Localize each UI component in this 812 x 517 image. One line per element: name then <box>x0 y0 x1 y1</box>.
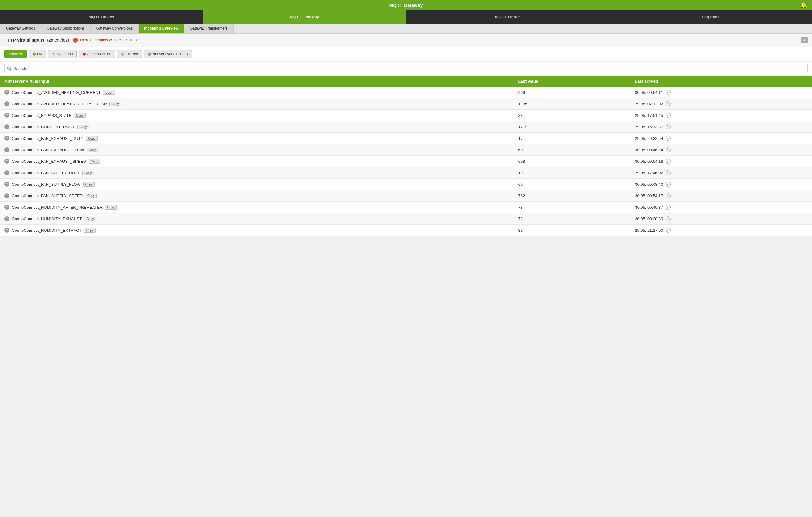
search-input[interactable] <box>4 64 808 73</box>
copy-button[interactable]: Copy <box>83 182 95 187</box>
question-icon[interactable]: ? <box>4 136 9 141</box>
question-icon[interactable]: ? <box>4 216 9 221</box>
question-icon[interactable]: ? <box>4 170 9 175</box>
nav-mqtt-finder[interactable]: MQTT Finder <box>406 10 609 24</box>
clock-icon[interactable]: ⏱ <box>666 170 671 175</box>
question-icon[interactable]: ? <box>4 147 9 152</box>
copy-button[interactable]: Copy <box>89 159 100 164</box>
table-row: ? ComfoConnect_FAN_SUPPLY_FLOW Copy 60 3… <box>0 179 812 190</box>
cell-last-arrived: 30.05. 00:30:39 ⏱ <box>631 213 812 225</box>
row-input-name: ComfoConnect_HUMIDITY_EXTRACT <box>12 228 82 233</box>
clock-icon[interactable]: ⏱ <box>666 101 671 106</box>
row-input-name: ComfoConnect_AVOIDED_HEATING_CURRENT <box>12 90 100 95</box>
filter-not-found[interactable]: ✗ Not found <box>48 50 77 58</box>
filter-access-denied[interactable]: Access denied <box>79 50 115 58</box>
nav-mqtt-gateway[interactable]: MQTT Gateway <box>203 10 406 24</box>
sub-gateway-subscriptions[interactable]: Gateway Subscriptions <box>41 24 91 33</box>
copy-button[interactable]: Copy <box>74 113 85 118</box>
table-row: ? ComfoConnect_AVOIDED_HEATING_CURRENT C… <box>0 87 812 98</box>
copy-button[interactable]: Copy <box>105 205 116 210</box>
filter-bar: Show All OK ✗ Not found Access denied Fi… <box>0 47 812 61</box>
row-input-name: ComfoConnect_HUMIDITY_AFTER_PREHEATER <box>12 205 103 210</box>
clock-icon[interactable]: ⏱ <box>666 147 671 152</box>
row-input-name: ComfoConnect_FAN_SUPPLY_FLOW <box>12 182 81 187</box>
top-bar: MQTT Gateway 🔔 <box>0 0 812 10</box>
table-row: ? ComfoConnect_FAN_EXHAUST_FLOW Copy 60 … <box>0 144 812 156</box>
cell-name: ? ComfoConnect_HUMIDITY_EXTRACT Copy <box>0 225 514 236</box>
collapse-button[interactable]: ▲ <box>801 37 808 44</box>
sub-incoming-overview[interactable]: Incoming Overview <box>139 24 184 33</box>
cell-last-arrived: 30.05. 00:54:18 ⏱ <box>631 156 812 167</box>
sub-gateway-conversions[interactable]: Gateway Conversions <box>91 24 139 33</box>
clock-icon[interactable]: ⏱ <box>666 159 671 164</box>
copy-button[interactable]: Copy <box>82 171 94 175</box>
clock-icon[interactable]: ⏱ <box>666 182 671 187</box>
clock-icon[interactable]: ⏱ <box>666 136 671 141</box>
question-icon[interactable]: ? <box>4 124 9 129</box>
cell-last-arrived: 29.05. 17:51:45 ⏱ <box>631 110 812 121</box>
copy-button[interactable]: Copy <box>77 124 89 129</box>
cell-last-value: 60 <box>514 144 631 156</box>
nav-mqtt-basics[interactable]: MQTT Basics <box>0 10 203 24</box>
filter-show-all[interactable]: Show All <box>4 50 27 58</box>
access-denied-dot <box>83 53 86 56</box>
arrived-time: 29.05. 07:12:02 <box>635 102 663 106</box>
question-icon[interactable]: ? <box>4 101 9 106</box>
filter-not-sent-yet[interactable]: Not sent yet (cached) <box>144 50 192 58</box>
col-header-last-value: Last value <box>514 76 631 87</box>
clock-icon[interactable]: ⏱ <box>666 205 671 210</box>
row-input-name: ComfoConnect_FAN_EXHAUST_SPEED <box>12 159 86 164</box>
table-row: ? ComfoConnect_AVOIDED_HEATING_TOTAL_YEA… <box>0 98 812 110</box>
sub-gateway-transformers[interactable]: Gateway Transformers <box>184 24 233 33</box>
table-row: ? ComfoConnect_FAN_SUPPLY_DUTY Copy 19 2… <box>0 167 812 179</box>
cell-name: ? ComfoConnect_FAN_EXHAUST_DUTY Copy <box>0 133 514 144</box>
arrived-time: 30.05. 00:30:39 <box>635 217 663 221</box>
question-icon[interactable]: ? <box>4 228 9 233</box>
question-icon[interactable]: ? <box>4 205 9 210</box>
filtered-dot <box>121 53 124 56</box>
bell-icon[interactable]: 🔔 <box>800 2 807 9</box>
table-row: ? ComfoConnect_HUMIDITY_EXTRACT Copy 39 … <box>0 225 812 236</box>
question-icon[interactable]: ? <box>4 193 9 198</box>
cell-last-value: 19 <box>514 167 631 179</box>
arrived-time: 30.05. 00:54:11 <box>635 90 663 95</box>
cell-name: ? ComfoConnect_CURRENT_RMOT Copy <box>0 121 514 133</box>
copy-button[interactable]: Copy <box>86 136 97 141</box>
copy-button[interactable]: Copy <box>85 194 96 198</box>
row-input-name: ComfoConnect_FAN_SUPPLY_SPEED <box>12 194 83 198</box>
warning-icon: ⛔ <box>73 37 78 42</box>
arrived-time: 30.05. 00:54:18 <box>635 159 663 164</box>
clock-icon[interactable]: ⏱ <box>666 124 671 129</box>
clock-icon[interactable]: ⏱ <box>666 90 671 95</box>
question-icon[interactable]: ? <box>4 182 9 187</box>
arrived-time: 30.05. 00:46:24 <box>635 148 663 152</box>
clock-icon[interactable]: ⏱ <box>666 193 671 198</box>
nav-log-files[interactable]: Log Files <box>609 10 812 24</box>
sub-gateway-settings[interactable]: Gateway Settings <box>0 24 41 33</box>
clock-icon[interactable]: ⏱ <box>666 228 671 233</box>
not-sent-dot <box>148 53 151 56</box>
arrived-time: 30.05. 00:49:37 <box>635 205 663 210</box>
section-header: HTTP Virtual Inputs (28 entries) ⛔ There… <box>0 33 812 47</box>
question-icon[interactable]: ? <box>4 159 9 164</box>
question-icon[interactable]: ? <box>4 90 9 95</box>
copy-button[interactable]: Copy <box>87 148 98 152</box>
search-bar: 🔍 <box>0 61 812 76</box>
filter-filtered[interactable]: Filtered <box>117 50 142 58</box>
cell-last-value: 1135 <box>514 98 631 110</box>
copy-button[interactable]: Copy <box>109 102 121 106</box>
cell-last-arrived: 29.05. 07:12:02 ⏱ <box>631 98 812 110</box>
copy-button[interactable]: Copy <box>84 228 96 233</box>
clock-icon[interactable]: ⏱ <box>666 216 671 221</box>
copy-button[interactable]: Copy <box>84 217 96 221</box>
copy-button[interactable]: Copy <box>103 90 115 95</box>
question-icon[interactable]: ? <box>4 113 9 118</box>
filter-ok[interactable]: OK <box>29 50 46 58</box>
arrived-time: 29.05. 17:51:45 <box>635 113 663 118</box>
col-header-last-arrived: Last arrived <box>631 76 812 87</box>
cell-last-value: 88 <box>514 110 631 121</box>
col-header-name: Miniserver Virtual Input <box>0 76 514 87</box>
cell-name: ? ComfoConnect_FAN_SUPPLY_SPEED Copy <box>0 190 514 202</box>
cell-name: ? ComfoConnect_AVOIDED_HEATING_TOTAL_YEA… <box>0 98 514 110</box>
clock-icon[interactable]: ⏱ <box>666 113 671 118</box>
